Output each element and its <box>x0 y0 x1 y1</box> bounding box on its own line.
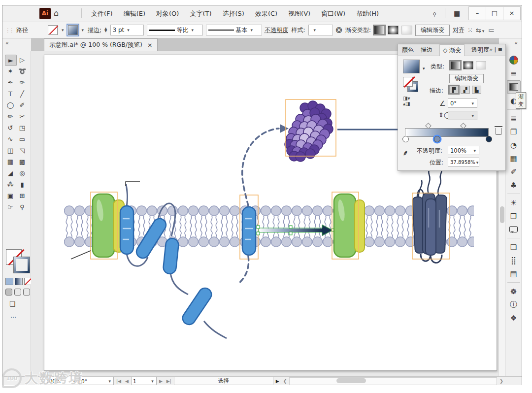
color-guide-panel-icon[interactable]: ☀ <box>507 196 520 209</box>
menu-item-5[interactable]: 效果(C) <box>255 9 277 18</box>
panel-grip[interactable]: ⋮⋮ <box>5 28 13 33</box>
blend-tool[interactable]: ◎ <box>17 168 28 178</box>
panel-overflow-menu[interactable]: » | ≡ <box>489 46 502 53</box>
channel-protein-left[interactable] <box>91 192 124 259</box>
perspective-grid-tool[interactable]: ◹ <box>17 145 28 156</box>
menu-item-1[interactable]: 编辑(E) <box>124 9 145 18</box>
edit-toolbar-icon[interactable]: … <box>10 312 17 319</box>
arrange-documents-icon[interactable]: ▦ <box>454 9 460 17</box>
layers-panel-icon[interactable]: ❖ <box>507 312 520 324</box>
appearance-panel-icon[interactable]: ≣ <box>507 112 520 125</box>
radial-gradient-type-button[interactable] <box>463 61 473 69</box>
vertical-scrollbar-thumb[interactable] <box>500 206 504 223</box>
arrange-panel-icon[interactable]: ❏ <box>507 241 520 253</box>
maximize-button[interactable]: □ <box>486 7 503 20</box>
align-panel-icon[interactable]: ▤ <box>507 267 520 280</box>
gradient-panel-tab-描边[interactable]: 描边 <box>421 46 432 54</box>
close-button[interactable]: × <box>503 7 520 20</box>
type-tool[interactable]: T <box>5 89 16 99</box>
center-helix[interactable] <box>240 195 258 259</box>
stroke-weight-dropdown[interactable]: 3 pt▾ <box>110 25 144 35</box>
last-artboard-icon[interactable]: ▶| <box>165 379 173 384</box>
hand-tool[interactable]: ☞ <box>5 202 16 212</box>
free-transform-tool[interactable]: ▭ <box>17 134 28 144</box>
freeform-gradient-button[interactable] <box>401 26 412 34</box>
channel-protein-right[interactable] <box>332 192 365 259</box>
stroke-across-button[interactable]: ▙ <box>472 86 481 94</box>
stroke-swatch-gradient[interactable] <box>14 257 30 273</box>
transform-panel-icon[interactable]: ⣿ <box>507 254 520 266</box>
draw-normal-button[interactable] <box>5 289 12 295</box>
column-graph-tool[interactable]: ▮ <box>17 179 28 190</box>
scissors-tool[interactable]: ✂ <box>17 111 28 122</box>
document-tab-close-icon[interactable]: × <box>147 41 152 49</box>
angle-dropdown[interactable]: 0°▾ <box>448 98 477 108</box>
transform-options-icon[interactable]: ⇆▾ <box>476 27 485 34</box>
ellipse-tool[interactable]: ◯ <box>5 100 16 110</box>
gradient-preview-swatch[interactable] <box>403 60 420 73</box>
horizontal-scrollbar-thumb[interactable] <box>336 378 366 383</box>
style-dropdown[interactable]: ▾ <box>308 25 333 35</box>
color-button[interactable] <box>5 278 13 285</box>
stroke-weight-stepper[interactable]: ▲▼ <box>104 28 107 33</box>
swatches-panel-icon[interactable]: ▦ <box>507 152 520 164</box>
menu-item-2[interactable]: 对象(O) <box>156 9 179 18</box>
gradient-slider[interactable] <box>405 128 489 137</box>
magic-wand-tool[interactable]: ✶ <box>5 66 16 76</box>
navy-protein-bundle[interactable] <box>412 164 450 263</box>
prev-artboard-icon[interactable]: ◀ <box>124 379 130 384</box>
asset-export-panel-icon[interactable]: ☸ <box>507 285 520 297</box>
stroke-along-button[interactable]: ▞ <box>461 86 470 94</box>
home-icon[interactable]: ⌂ <box>54 8 59 18</box>
align-label[interactable]: 对齐 <box>453 26 465 34</box>
eyedropper-tool[interactable]: ◢ <box>5 168 16 178</box>
radial-gradient-button[interactable] <box>388 26 399 34</box>
menu-item-3[interactable]: 文字(T) <box>190 9 211 18</box>
eyedropper-icon[interactable]: ✒ <box>399 148 410 159</box>
gradient-button[interactable] <box>15 278 23 285</box>
reverse-gradient-icon[interactable]: ◨▾▴◨ <box>403 96 410 106</box>
brush-definition-dropdown[interactable]: 基本▾ <box>206 25 262 35</box>
rotate-tool[interactable]: ↺ <box>5 123 16 133</box>
line-segment-tool[interactable]: ╱ <box>17 89 28 99</box>
color-panel-icon[interactable] <box>507 54 520 66</box>
artboard-number-dropdown[interactable]: 1▾ <box>131 377 157 385</box>
opacity-dropdown[interactable]: 100%▾ <box>448 146 479 155</box>
gradient-panel-tab-透明度[interactable]: 透明度 <box>471 46 489 54</box>
minimize-button[interactable]: – <box>469 7 486 20</box>
selection-tool[interactable]: ► <box>5 55 17 66</box>
shape-builder-tool[interactable]: ◫ <box>5 145 16 156</box>
rotation-dropdown[interactable]: 0°▾ <box>79 377 114 385</box>
edit-gradient-button[interactable]: 编辑渐变 <box>415 25 450 36</box>
linear-gradient-button[interactable] <box>374 26 385 34</box>
status-menu-icon[interactable]: ▶ <box>274 379 281 384</box>
freeform-gradient-type-button[interactable] <box>476 61 486 69</box>
pencil-tool[interactable]: ✏ <box>5 111 16 122</box>
graphic-styles-panel-icon[interactable]: ◔ <box>507 139 520 151</box>
pathfinder-panel-icon[interactable]: ❒ <box>507 210 520 222</box>
document-info-panel-icon[interactable]: ⓘ <box>507 298 520 311</box>
scroll-left-icon[interactable]: ❮ <box>282 379 289 384</box>
illustrator-logo-icon[interactable]: Ai <box>39 8 51 19</box>
mesh-tool[interactable]: ▦ <box>5 157 16 167</box>
purple-protein[interactable] <box>285 101 333 162</box>
linear-gradient-type-button[interactable] <box>450 61 461 69</box>
symbol-sprayer-tool[interactable]: ⁂ <box>5 179 16 190</box>
first-artboard-icon[interactable]: |◀ <box>115 379 123 384</box>
gradient-panel-icon[interactable] <box>507 80 521 94</box>
stroke-panel-icon[interactable]: ≡ <box>507 67 520 79</box>
scale-tool[interactable]: ◳ <box>17 123 28 133</box>
menu-item-8[interactable]: 帮助(H) <box>356 9 379 18</box>
draw-behind-button[interactable] <box>14 289 21 295</box>
menu-item-7[interactable]: 窗口(W) <box>321 9 345 18</box>
gradient-stop-selected[interactable] <box>434 136 440 142</box>
pen-tool[interactable]: ✒ <box>5 77 16 88</box>
opacity-label[interactable]: 不透明度 <box>265 26 289 34</box>
expand-dock-icon[interactable]: « <box>514 40 518 46</box>
width-tool[interactable]: ∿ <box>5 134 16 144</box>
scroll-right-icon[interactable]: ❯ <box>498 379 505 384</box>
stroke-color-swatch[interactable] <box>68 25 78 35</box>
recolor-artwork-icon[interactable]: ❂ <box>336 26 342 35</box>
stroke-caret-icon[interactable]: ▾ <box>81 28 85 33</box>
gradient-panel-tab-渐变[interactable]: ◇ 渐变 <box>439 44 465 56</box>
